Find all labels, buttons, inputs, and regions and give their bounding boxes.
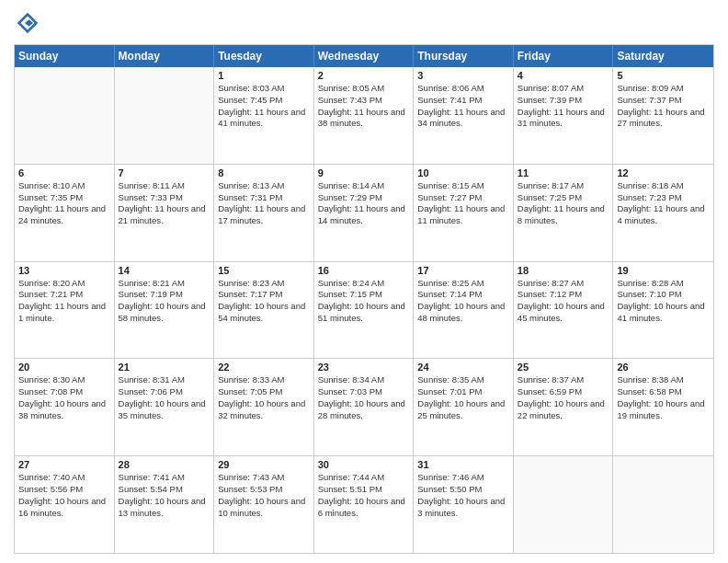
daylight-text: Daylight: 11 hours and 31 minutes. — [518, 107, 609, 131]
daylight-text: Daylight: 10 hours and 22 minutes. — [518, 398, 609, 422]
daylight-text: Daylight: 11 hours and 34 minutes. — [417, 107, 509, 131]
sunset-text: Sunset: 5:54 PM — [119, 484, 210, 496]
day-number: 10 — [417, 167, 509, 178]
sunrise-text: Sunrise: 8:18 AM — [617, 180, 710, 192]
calendar-header: SundayMondayTuesdayWednesdayThursdayFrid… — [15, 45, 713, 67]
day-number: 1 — [218, 70, 310, 81]
calendar-cell: 30Sunrise: 7:44 AMSunset: 5:51 PMDayligh… — [314, 456, 415, 553]
day-number: 2 — [318, 70, 410, 81]
calendar-row: 6Sunrise: 8:10 AMSunset: 7:35 PMDaylight… — [15, 164, 713, 261]
calendar-cell: 26Sunrise: 8:38 AMSunset: 6:58 PMDayligh… — [613, 359, 713, 455]
day-number: 27 — [18, 459, 110, 470]
sunset-text: Sunset: 7:10 PM — [617, 289, 710, 301]
calendar-cell — [115, 67, 215, 164]
logo — [14, 9, 45, 37]
calendar-cell: 19Sunrise: 8:28 AMSunset: 7:10 PMDayligh… — [613, 262, 713, 359]
sunset-text: Sunset: 5:56 PM — [18, 484, 110, 496]
calendar-cell: 11Sunrise: 8:17 AMSunset: 7:25 PMDayligh… — [514, 165, 614, 261]
calendar-row: 13Sunrise: 8:20 AMSunset: 7:21 PMDayligh… — [15, 261, 713, 359]
day-number: 5 — [617, 70, 710, 81]
calendar-cell: 1Sunrise: 8:03 AMSunset: 7:45 PMDaylight… — [214, 67, 314, 164]
daylight-text: Daylight: 10 hours and 45 minutes. — [518, 301, 609, 325]
sunrise-text: Sunrise: 8:20 AM — [18, 278, 110, 290]
header — [14, 9, 714, 37]
sunrise-text: Sunrise: 8:14 AM — [318, 180, 410, 192]
page: SundayMondayTuesdayWednesdayThursdayFrid… — [0, 0, 728, 563]
day-number: 11 — [518, 167, 609, 178]
sunset-text: Sunset: 7:03 PM — [318, 386, 410, 398]
day-number: 17 — [417, 265, 509, 276]
weekday-header: Wednesday — [314, 45, 415, 67]
weekday-header: Saturday — [613, 45, 713, 67]
day-number: 21 — [119, 362, 210, 373]
sunrise-text: Sunrise: 8:09 AM — [617, 83, 710, 95]
sunset-text: Sunset: 6:58 PM — [617, 386, 710, 398]
weekday-header: Monday — [115, 45, 215, 67]
sunrise-text: Sunrise: 8:34 AM — [318, 374, 410, 386]
sunrise-text: Sunrise: 8:35 AM — [417, 374, 509, 386]
calendar: SundayMondayTuesdayWednesdayThursdayFrid… — [14, 44, 714, 554]
day-number: 23 — [318, 362, 410, 373]
calendar-cell: 29Sunrise: 7:43 AMSunset: 5:53 PMDayligh… — [214, 456, 314, 553]
daylight-text: Daylight: 10 hours and 16 minutes. — [18, 496, 110, 520]
daylight-text: Daylight: 10 hours and 41 minutes. — [617, 301, 710, 325]
sunset-text: Sunset: 7:23 PM — [617, 192, 710, 204]
day-number: 15 — [218, 265, 310, 276]
calendar-cell: 14Sunrise: 8:21 AMSunset: 7:19 PMDayligh… — [115, 262, 215, 359]
day-number: 16 — [318, 265, 410, 276]
calendar-cell: 5Sunrise: 8:09 AMSunset: 7:37 PMDaylight… — [613, 67, 713, 164]
daylight-text: Daylight: 10 hours and 6 minutes. — [318, 496, 410, 520]
day-number: 6 — [18, 167, 110, 178]
sunrise-text: Sunrise: 8:24 AM — [318, 278, 410, 290]
sunset-text: Sunset: 7:21 PM — [18, 289, 110, 301]
daylight-text: Daylight: 11 hours and 27 minutes. — [617, 107, 710, 131]
sunrise-text: Sunrise: 8:37 AM — [518, 374, 609, 386]
sunset-text: Sunset: 7:27 PM — [417, 192, 509, 204]
daylight-text: Daylight: 11 hours and 4 minutes. — [617, 203, 710, 227]
calendar-cell: 22Sunrise: 8:33 AMSunset: 7:05 PMDayligh… — [214, 359, 314, 455]
sunrise-text: Sunrise: 8:11 AM — [119, 180, 210, 192]
calendar-cell: 8Sunrise: 8:13 AMSunset: 7:31 PMDaylight… — [214, 165, 314, 261]
calendar-body: 1Sunrise: 8:03 AMSunset: 7:45 PMDaylight… — [15, 67, 713, 553]
daylight-text: Daylight: 10 hours and 3 minutes. — [417, 496, 509, 520]
daylight-text: Daylight: 11 hours and 24 minutes. — [18, 203, 110, 227]
sunrise-text: Sunrise: 8:05 AM — [318, 83, 410, 95]
day-number: 14 — [119, 265, 210, 276]
calendar-row: 1Sunrise: 8:03 AMSunset: 7:45 PMDaylight… — [15, 67, 713, 164]
calendar-cell: 25Sunrise: 8:37 AMSunset: 6:59 PMDayligh… — [514, 359, 614, 455]
daylight-text: Daylight: 10 hours and 19 minutes. — [617, 398, 710, 422]
sunset-text: Sunset: 5:50 PM — [417, 484, 509, 496]
day-number: 19 — [617, 265, 710, 276]
day-number: 29 — [218, 459, 310, 470]
sunset-text: Sunset: 7:25 PM — [518, 192, 609, 204]
daylight-text: Daylight: 10 hours and 54 minutes. — [218, 301, 310, 325]
calendar-cell: 31Sunrise: 7:46 AMSunset: 5:50 PMDayligh… — [414, 456, 514, 553]
day-number: 3 — [417, 70, 509, 81]
sunrise-text: Sunrise: 7:43 AM — [218, 472, 310, 484]
calendar-cell: 23Sunrise: 8:34 AMSunset: 7:03 PMDayligh… — [314, 359, 415, 455]
daylight-text: Daylight: 11 hours and 11 minutes. — [417, 203, 509, 227]
sunrise-text: Sunrise: 8:06 AM — [417, 83, 509, 95]
sunset-text: Sunset: 7:37 PM — [617, 95, 710, 107]
calendar-cell: 7Sunrise: 8:11 AMSunset: 7:33 PMDaylight… — [115, 165, 215, 261]
sunrise-text: Sunrise: 8:38 AM — [617, 374, 710, 386]
sunrise-text: Sunrise: 7:44 AM — [318, 472, 410, 484]
day-number: 22 — [218, 362, 310, 373]
weekday-header: Thursday — [414, 45, 514, 67]
logo-icon — [14, 9, 41, 37]
daylight-text: Daylight: 10 hours and 13 minutes. — [119, 496, 210, 520]
sunrise-text: Sunrise: 7:40 AM — [18, 472, 110, 484]
sunset-text: Sunset: 7:14 PM — [417, 289, 509, 301]
sunset-text: Sunset: 7:39 PM — [518, 95, 609, 107]
calendar-cell: 20Sunrise: 8:30 AMSunset: 7:08 PMDayligh… — [15, 359, 115, 455]
calendar-cell: 27Sunrise: 7:40 AMSunset: 5:56 PMDayligh… — [15, 456, 115, 553]
daylight-text: Daylight: 10 hours and 35 minutes. — [119, 398, 210, 422]
sunrise-text: Sunrise: 8:23 AM — [218, 278, 310, 290]
daylight-text: Daylight: 11 hours and 14 minutes. — [318, 203, 410, 227]
sunrise-text: Sunrise: 8:15 AM — [417, 180, 509, 192]
daylight-text: Daylight: 10 hours and 51 minutes. — [318, 301, 410, 325]
calendar-cell: 21Sunrise: 8:31 AMSunset: 7:06 PMDayligh… — [115, 359, 215, 455]
sunrise-text: Sunrise: 8:27 AM — [518, 278, 609, 290]
sunset-text: Sunset: 7:43 PM — [318, 95, 410, 107]
day-number: 28 — [119, 459, 210, 470]
